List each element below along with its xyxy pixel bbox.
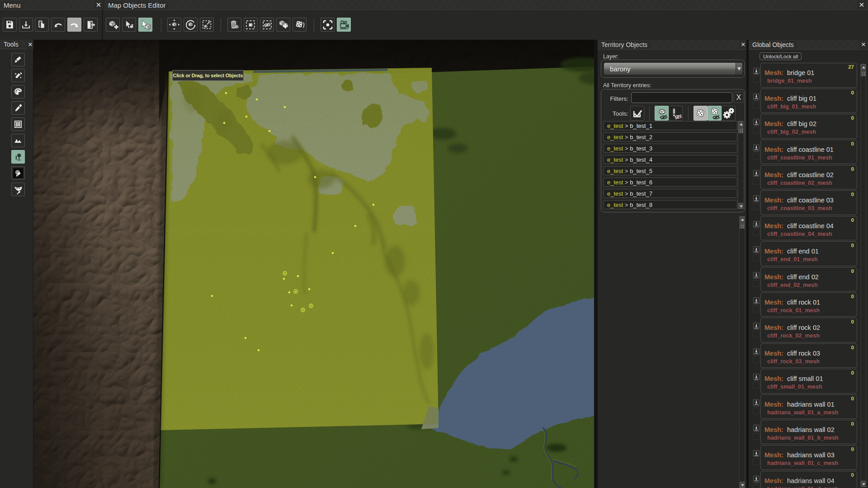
svg-text:0: 0: [678, 115, 680, 119]
